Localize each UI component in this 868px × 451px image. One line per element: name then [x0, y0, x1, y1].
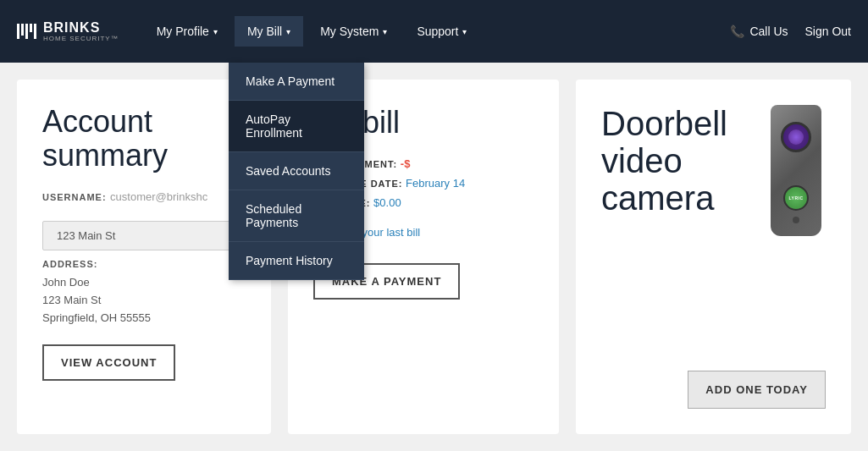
phone-icon: 📞 [730, 25, 744, 38]
logo-bar-1 [17, 24, 19, 39]
sign-out-button[interactable]: Sign Out [805, 25, 851, 38]
camera-button: LYRIC [783, 185, 809, 211]
last-payment-value: -$ [401, 157, 411, 170]
dropdown-item-payment-history[interactable]: Payment History [229, 242, 364, 280]
logo-bar-4 [30, 24, 32, 32]
username-label: USERNAME: [42, 192, 107, 202]
doorbell-camera-image: LYRIC [766, 105, 826, 240]
address-label: ADDRESS: [42, 259, 246, 269]
main-content: Account summary USERNAME: customer@brink… [0, 63, 868, 451]
address-select[interactable]: 123 Main St [42, 221, 246, 250]
nav-item-my-profile[interactable]: My Profile ▾ [144, 16, 230, 47]
logo-bar-5 [34, 24, 36, 39]
logo-bar-2 [21, 24, 24, 36]
chevron-down-icon: ▾ [462, 27, 467, 36]
nav-item-support[interactable]: Support ▾ [404, 16, 479, 47]
logo: BRINKS HOME SECURITY™ [17, 20, 119, 43]
nav-item-my-system[interactable]: My System ▾ [307, 16, 400, 47]
header-right: 📞 Call Us Sign Out [730, 25, 851, 38]
dropdown-item-scheduled-payments[interactable]: Scheduled Payments [229, 190, 364, 242]
chevron-down-icon: ▾ [286, 27, 290, 36]
camera-lens [781, 122, 811, 152]
logo-bars [17, 24, 36, 39]
header: BRINKS HOME SECURITY™ My Profile ▾ My Bi… [0, 0, 868, 63]
dropdown-item-make-payment[interactable]: Make A Payment [229, 63, 364, 101]
next-due-value: February 14 [406, 177, 465, 190]
account-summary-title: Account summary [42, 105, 246, 172]
past-due-value: $0.00 [373, 196, 401, 209]
main-nav: My Profile ▾ My Bill ▾ My System ▾ Suppo… [144, 16, 731, 47]
camera-lens-inner [788, 129, 804, 145]
call-us-button[interactable]: 📞 Call Us [730, 25, 788, 38]
dropdown-item-autopay[interactable]: AutoPay Enrollment [229, 101, 364, 152]
dropdown-item-saved-accounts[interactable]: Saved Accounts [229, 152, 364, 190]
view-account-button[interactable]: VIEW ACCOUNT [42, 344, 175, 381]
my-bill-dropdown: Make A Payment AutoPay Enrollment Saved … [229, 63, 364, 280]
logo-text: BRINKS HOME SECURITY™ [43, 20, 119, 43]
address-lines: John Doe 123 Main St Springfield, OH 555… [42, 274, 246, 327]
doorbell-camera-card: Doorbell video camera LYRIC ADD ONE TODA… [576, 80, 851, 434]
logo-bar-3 [25, 24, 28, 39]
username-value: customer@brinkshc [110, 190, 207, 203]
camera-mic [793, 217, 799, 223]
chevron-down-icon: ▾ [383, 27, 387, 36]
add-one-today-button[interactable]: ADD ONE TODAY [688, 371, 826, 409]
nav-item-my-bill[interactable]: My Bill ▾ [235, 16, 303, 47]
doorbell-title: Doorbell video camera [601, 105, 727, 217]
doorbell-section: Doorbell video camera LYRIC [601, 105, 826, 240]
chevron-down-icon: ▾ [213, 27, 218, 36]
camera-body: LYRIC [771, 105, 821, 236]
